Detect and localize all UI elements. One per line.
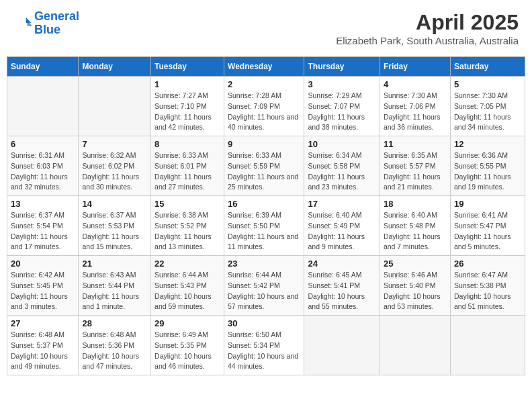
day-info: Sunrise: 6:47 AM Sunset: 5:38 PM Dayligh… xyxy=(454,270,521,312)
day-number: 3 xyxy=(308,79,375,89)
day-info: Sunrise: 7:30 AM Sunset: 7:06 PM Dayligh… xyxy=(384,91,447,133)
day-header-sunday: Sunday xyxy=(7,57,79,77)
week-row-4: 20Sunrise: 6:42 AM Sunset: 5:45 PM Dayli… xyxy=(7,256,525,316)
day-info: Sunrise: 6:40 AM Sunset: 5:48 PM Dayligh… xyxy=(384,210,447,253)
day-number: 2 xyxy=(228,79,300,89)
day-number: 26 xyxy=(454,259,521,269)
day-cell: 2Sunrise: 7:28 AM Sunset: 7:09 PM Daylig… xyxy=(224,77,304,136)
week-row-3: 13Sunrise: 6:37 AM Sunset: 5:54 PM Dayli… xyxy=(7,196,525,256)
day-number: 10 xyxy=(308,139,375,149)
day-cell: 9Sunrise: 6:33 AM Sunset: 5:59 PM Daylig… xyxy=(224,136,304,196)
day-cell: 20Sunrise: 6:42 AM Sunset: 5:45 PM Dayli… xyxy=(7,256,79,316)
title-block: April 2025 Elizabeth Park, South Austral… xyxy=(336,10,519,46)
day-number: 19 xyxy=(454,199,521,209)
day-cell: 5Sunrise: 7:30 AM Sunset: 7:05 PM Daylig… xyxy=(450,77,525,136)
day-info: Sunrise: 6:48 AM Sunset: 5:37 PM Dayligh… xyxy=(11,330,75,372)
day-number: 16 xyxy=(228,199,300,209)
day-info: Sunrise: 6:33 AM Sunset: 6:01 PM Dayligh… xyxy=(154,150,220,193)
day-number: 28 xyxy=(82,318,147,328)
day-number: 30 xyxy=(228,318,300,328)
day-cell: 1Sunrise: 7:27 AM Sunset: 7:10 PM Daylig… xyxy=(151,77,224,136)
day-header-row: SundayMondayTuesdayWednesdayThursdayFrid… xyxy=(7,57,525,77)
week-row-2: 6Sunrise: 6:31 AM Sunset: 6:03 PM Daylig… xyxy=(7,136,525,196)
day-info: Sunrise: 6:49 AM Sunset: 5:35 PM Dayligh… xyxy=(154,330,220,372)
day-info: Sunrise: 6:32 AM Sunset: 6:02 PM Dayligh… xyxy=(82,150,147,193)
day-info: Sunrise: 6:44 AM Sunset: 5:43 PM Dayligh… xyxy=(154,270,220,312)
day-info: Sunrise: 6:37 AM Sunset: 5:54 PM Dayligh… xyxy=(11,210,75,253)
day-cell: 14Sunrise: 6:37 AM Sunset: 5:53 PM Dayli… xyxy=(79,196,151,256)
day-cell: 27Sunrise: 6:48 AM Sunset: 5:37 PM Dayli… xyxy=(7,316,79,375)
day-number: 20 xyxy=(11,259,75,269)
day-info: Sunrise: 6:41 AM Sunset: 5:47 PM Dayligh… xyxy=(454,210,521,253)
day-info: Sunrise: 6:48 AM Sunset: 5:36 PM Dayligh… xyxy=(82,330,147,372)
logo-line1: General xyxy=(34,9,79,23)
day-info: Sunrise: 6:45 AM Sunset: 5:41 PM Dayligh… xyxy=(308,270,375,312)
day-cell: 21Sunrise: 6:43 AM Sunset: 5:44 PM Dayli… xyxy=(79,256,151,316)
day-cell: 24Sunrise: 6:45 AM Sunset: 5:41 PM Dayli… xyxy=(304,256,380,316)
day-header-wednesday: Wednesday xyxy=(224,57,304,77)
day-cell: 16Sunrise: 6:39 AM Sunset: 5:50 PM Dayli… xyxy=(224,196,304,256)
day-info: Sunrise: 6:43 AM Sunset: 5:44 PM Dayligh… xyxy=(82,270,147,312)
day-cell: 8Sunrise: 6:33 AM Sunset: 6:01 PM Daylig… xyxy=(151,136,224,196)
day-cell: 28Sunrise: 6:48 AM Sunset: 5:36 PM Dayli… xyxy=(79,316,151,375)
day-number: 25 xyxy=(384,259,447,269)
day-number: 4 xyxy=(384,79,447,89)
day-cell: 11Sunrise: 6:35 AM Sunset: 5:57 PM Dayli… xyxy=(380,136,450,196)
day-number: 17 xyxy=(308,199,375,209)
day-info: Sunrise: 6:36 AM Sunset: 5:55 PM Dayligh… xyxy=(454,150,521,193)
day-info: Sunrise: 6:37 AM Sunset: 5:53 PM Dayligh… xyxy=(82,210,147,253)
day-info: Sunrise: 6:38 AM Sunset: 5:52 PM Dayligh… xyxy=(154,210,220,253)
logo-icon xyxy=(13,14,32,33)
logo: General Blue xyxy=(13,10,79,37)
day-info: Sunrise: 6:39 AM Sunset: 5:50 PM Dayligh… xyxy=(228,210,300,253)
day-cell: 4Sunrise: 7:30 AM Sunset: 7:06 PM Daylig… xyxy=(380,77,450,136)
day-number: 12 xyxy=(454,139,521,149)
day-cell xyxy=(304,316,380,375)
day-info: Sunrise: 6:31 AM Sunset: 6:03 PM Dayligh… xyxy=(11,150,75,193)
day-number: 24 xyxy=(308,259,375,269)
day-number: 8 xyxy=(154,139,220,149)
day-number: 6 xyxy=(11,139,75,149)
day-number: 15 xyxy=(154,199,220,209)
day-cell xyxy=(450,316,525,375)
calendar-subtitle: Elizabeth Park, South Australia, Austral… xyxy=(336,35,519,46)
day-number: 13 xyxy=(11,199,75,209)
day-info: Sunrise: 6:46 AM Sunset: 5:40 PM Dayligh… xyxy=(384,270,447,312)
day-header-saturday: Saturday xyxy=(450,57,525,77)
day-number: 22 xyxy=(154,259,220,269)
day-number: 21 xyxy=(82,259,147,269)
day-cell: 29Sunrise: 6:49 AM Sunset: 5:35 PM Dayli… xyxy=(151,316,224,375)
day-info: Sunrise: 6:35 AM Sunset: 5:57 PM Dayligh… xyxy=(384,150,447,193)
day-info: Sunrise: 6:44 AM Sunset: 5:42 PM Dayligh… xyxy=(228,270,300,312)
day-number: 23 xyxy=(228,259,300,269)
calendar-title: April 2025 xyxy=(336,10,519,35)
day-number: 29 xyxy=(154,318,220,328)
day-info: Sunrise: 7:28 AM Sunset: 7:09 PM Dayligh… xyxy=(228,91,300,133)
day-info: Sunrise: 7:29 AM Sunset: 7:07 PM Dayligh… xyxy=(308,91,375,133)
day-cell: 7Sunrise: 6:32 AM Sunset: 6:02 PM Daylig… xyxy=(79,136,151,196)
day-cell xyxy=(79,77,151,136)
day-cell: 15Sunrise: 6:38 AM Sunset: 5:52 PM Dayli… xyxy=(151,196,224,256)
day-number: 18 xyxy=(384,199,447,209)
logo-line2: Blue xyxy=(34,23,60,36)
day-number: 11 xyxy=(384,139,447,149)
day-info: Sunrise: 6:33 AM Sunset: 5:59 PM Dayligh… xyxy=(228,150,300,193)
day-cell: 18Sunrise: 6:40 AM Sunset: 5:48 PM Dayli… xyxy=(380,196,450,256)
day-header-thursday: Thursday xyxy=(304,57,380,77)
page-header: General Blue April 2025 Elizabeth Park, … xyxy=(7,7,525,50)
day-header-friday: Friday xyxy=(380,57,450,77)
day-number: 1 xyxy=(154,79,220,89)
day-info: Sunrise: 6:42 AM Sunset: 5:45 PM Dayligh… xyxy=(11,270,75,312)
day-cell: 12Sunrise: 6:36 AM Sunset: 5:55 PM Dayli… xyxy=(450,136,525,196)
day-cell xyxy=(380,316,450,375)
day-cell: 6Sunrise: 6:31 AM Sunset: 6:03 PM Daylig… xyxy=(7,136,79,196)
day-cell xyxy=(7,77,79,136)
day-cell: 13Sunrise: 6:37 AM Sunset: 5:54 PM Dayli… xyxy=(7,196,79,256)
day-number: 7 xyxy=(82,139,147,149)
calendar-table: SundayMondayTuesdayWednesdayThursdayFrid… xyxy=(7,56,525,375)
day-number: 27 xyxy=(11,318,75,328)
day-info: Sunrise: 7:30 AM Sunset: 7:05 PM Dayligh… xyxy=(454,91,521,133)
day-cell: 17Sunrise: 6:40 AM Sunset: 5:49 PM Dayli… xyxy=(304,196,380,256)
day-number: 5 xyxy=(454,79,521,89)
day-cell: 10Sunrise: 6:34 AM Sunset: 5:58 PM Dayli… xyxy=(304,136,380,196)
